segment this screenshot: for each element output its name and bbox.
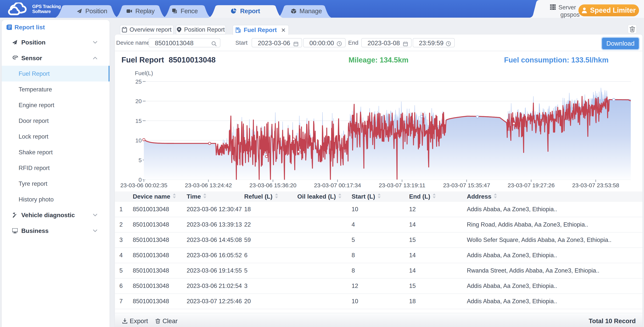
svg-text:23-03-07 19:27:26: 23-03-07 19:27:26	[508, 182, 555, 188]
svg-text:20: 20	[136, 98, 142, 104]
svg-text:25: 25	[136, 78, 142, 85]
svg-text:10: 10	[136, 137, 142, 144]
svg-text:23-03-06 00:02:35: 23-03-06 00:02:35	[120, 182, 168, 188]
svg-text:23-03-06 13:24:42: 23-03-06 13:24:42	[185, 182, 232, 188]
svg-text:5: 5	[139, 157, 142, 163]
svg-text:23-03-06 15:36:20: 23-03-06 15:36:20	[250, 182, 296, 188]
svg-text:15: 15	[136, 118, 142, 124]
svg-text:23-03-07 00:17:34: 23-03-07 00:17:34	[314, 182, 361, 188]
svg-text:Fuel(L): Fuel(L)	[135, 70, 153, 76]
svg-text:23-03-07 13:19:11: 23-03-07 13:19:11	[379, 182, 425, 188]
svg-text:23-03-07 15:35:47: 23-03-07 15:35:47	[443, 182, 490, 188]
svg-text:23-03-07 23:53:58: 23-03-07 23:53:58	[572, 182, 619, 188]
